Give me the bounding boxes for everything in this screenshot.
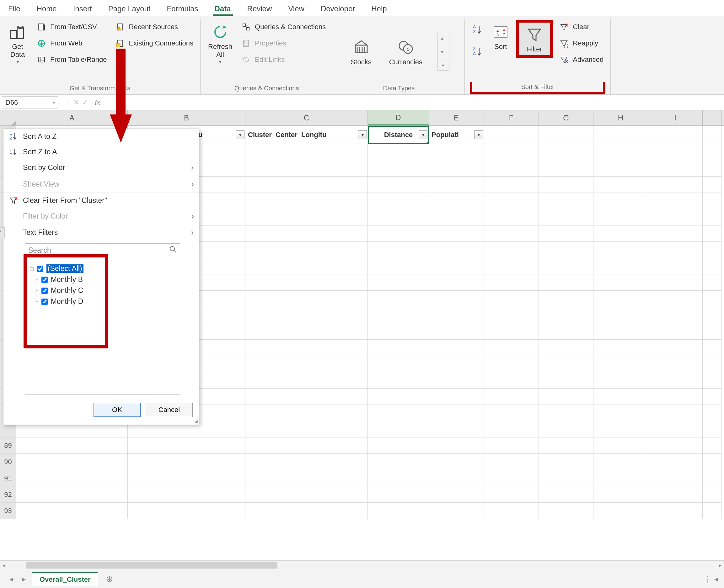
cell[interactable] bbox=[429, 323, 484, 340]
cell[interactable] bbox=[648, 274, 703, 291]
cell[interactable] bbox=[429, 486, 484, 503]
from-table-range-button[interactable]: From Table/Range bbox=[33, 53, 109, 66]
cell[interactable] bbox=[429, 503, 484, 519]
cell-D1[interactable]: Distance▾ bbox=[368, 126, 429, 144]
cell[interactable] bbox=[245, 242, 368, 258]
cell[interactable] bbox=[648, 340, 703, 356]
cell[interactable] bbox=[368, 242, 429, 258]
col-header-F[interactable]: F bbox=[484, 110, 539, 125]
cell[interactable] bbox=[648, 160, 703, 176]
get-data-button[interactable]: Get Data ▾ bbox=[5, 20, 30, 66]
reapply-button[interactable]: Reapply bbox=[556, 36, 605, 50]
cell[interactable] bbox=[703, 193, 722, 209]
sheet-nav-prev[interactable]: ◂ bbox=[6, 575, 16, 583]
menu-sort-asc[interactable]: AZ Sort A to Z bbox=[3, 129, 199, 144]
name-box[interactable]: D66 ▾ bbox=[2, 96, 58, 109]
cell[interactable] bbox=[368, 193, 429, 209]
cell[interactable] bbox=[429, 258, 484, 274]
cell[interactable] bbox=[539, 388, 594, 405]
cell[interactable] bbox=[368, 291, 429, 307]
cell[interactable] bbox=[594, 176, 648, 193]
cell[interactable] bbox=[539, 291, 594, 307]
cell[interactable] bbox=[245, 160, 368, 176]
cell[interactable] bbox=[245, 226, 368, 242]
col-header-H[interactable]: H bbox=[594, 110, 648, 125]
cell[interactable] bbox=[429, 356, 484, 372]
cell[interactable] bbox=[539, 372, 594, 388]
cell[interactable] bbox=[484, 176, 539, 193]
cell[interactable] bbox=[484, 470, 539, 486]
cell[interactable] bbox=[245, 274, 368, 291]
cell[interactable] bbox=[539, 160, 594, 176]
cell[interactable] bbox=[703, 486, 722, 503]
cell[interactable] bbox=[703, 405, 722, 421]
cell[interactable] bbox=[16, 470, 128, 486]
cell[interactable] bbox=[245, 340, 368, 356]
tab-formulas[interactable]: Formulas bbox=[165, 3, 200, 16]
cell-J1[interactable] bbox=[703, 126, 722, 144]
cell[interactable] bbox=[539, 307, 594, 323]
cell[interactable] bbox=[539, 470, 594, 486]
cell[interactable] bbox=[484, 226, 539, 242]
cell[interactable] bbox=[429, 160, 484, 176]
clear-filter-button[interactable]: Clear bbox=[556, 20, 605, 34]
cell[interactable] bbox=[429, 144, 484, 160]
cell-G1[interactable] bbox=[539, 126, 594, 144]
cell[interactable] bbox=[648, 258, 703, 274]
row-header-92[interactable]: 92 bbox=[0, 486, 16, 503]
col-header-D[interactable]: D bbox=[368, 110, 429, 125]
cell[interactable] bbox=[648, 405, 703, 421]
tab-insert[interactable]: Insert bbox=[71, 3, 94, 16]
cell[interactable] bbox=[703, 274, 722, 291]
cell[interactable] bbox=[245, 323, 368, 340]
cell[interactable] bbox=[703, 242, 722, 258]
cell[interactable] bbox=[484, 372, 539, 388]
cell[interactable] bbox=[368, 209, 429, 226]
cell[interactable] bbox=[484, 438, 539, 454]
formula-enter-icon[interactable]: ✓ bbox=[82, 99, 88, 107]
cell[interactable] bbox=[245, 209, 368, 226]
data-types-scroll-down[interactable]: ▾ bbox=[438, 47, 449, 57]
cell[interactable] bbox=[484, 388, 539, 405]
cell[interactable] bbox=[648, 291, 703, 307]
tab-help[interactable]: Help bbox=[369, 3, 388, 16]
cell[interactable] bbox=[368, 176, 429, 193]
cell[interactable] bbox=[368, 486, 429, 503]
formula-cancel-icon[interactable]: ⋮ ✕ bbox=[65, 99, 79, 107]
cell[interactable] bbox=[429, 421, 484, 438]
cell[interactable] bbox=[484, 160, 539, 176]
hscroll-right[interactable]: ▸ bbox=[717, 562, 724, 568]
cell[interactable] bbox=[484, 454, 539, 470]
cell-E1[interactable]: Populati▾ bbox=[429, 126, 484, 144]
cell[interactable] bbox=[594, 356, 648, 372]
cell[interactable] bbox=[429, 340, 484, 356]
filter-dropdown-B[interactable]: ▾ bbox=[236, 130, 244, 139]
cell[interactable] bbox=[368, 258, 429, 274]
cell[interactable] bbox=[594, 144, 648, 160]
menu-clear-filter[interactable]: Clear Filter From "Cluster" bbox=[3, 192, 199, 208]
cell[interactable] bbox=[594, 421, 648, 438]
data-types-expand[interactable]: ⏷ bbox=[438, 61, 449, 70]
cell[interactable] bbox=[484, 340, 539, 356]
cell[interactable] bbox=[484, 323, 539, 340]
cell[interactable] bbox=[484, 503, 539, 519]
col-header-B[interactable]: B bbox=[128, 110, 245, 125]
cell[interactable] bbox=[648, 421, 703, 438]
cell[interactable] bbox=[128, 503, 245, 519]
sort-desc-icon-button[interactable]: ZA bbox=[470, 45, 485, 58]
cell[interactable] bbox=[594, 307, 648, 323]
tab-page-layout[interactable]: Page Layout bbox=[106, 3, 153, 16]
cell[interactable] bbox=[594, 274, 648, 291]
cell[interactable] bbox=[648, 470, 703, 486]
col-header-A[interactable]: A bbox=[16, 110, 128, 125]
cell[interactable] bbox=[368, 438, 429, 454]
cell[interactable] bbox=[648, 438, 703, 454]
menu-sort-by-color[interactable]: Sort by Color › bbox=[3, 160, 199, 176]
sheet-menu-icon[interactable]: ⋮ bbox=[704, 575, 711, 583]
cell[interactable] bbox=[484, 291, 539, 307]
refresh-all-button[interactable]: Refresh All ▾ bbox=[205, 20, 235, 66]
cell[interactable] bbox=[594, 372, 648, 388]
cell[interactable] bbox=[648, 503, 703, 519]
currencies-button[interactable]: $ Currencies bbox=[387, 36, 425, 68]
sheet-nav-next[interactable]: ▸ bbox=[19, 575, 29, 583]
